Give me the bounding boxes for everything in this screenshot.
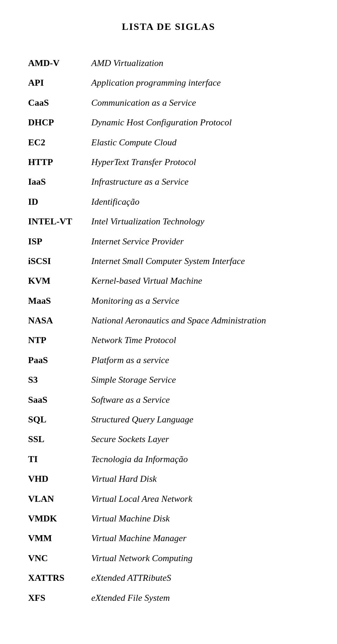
table-row: SaaSSoftware as a Service: [28, 390, 309, 410]
acronym-cell: VHD: [28, 469, 91, 489]
table-row: VMMVirtual Machine Manager: [28, 528, 309, 548]
table-row: XFSeXtended File System: [28, 588, 309, 608]
definition-cell: Identificação: [91, 192, 309, 212]
acronym-table: AMD-VAMD VirtualizationAPIApplication pr…: [28, 53, 309, 608]
page-title: LISTA DE SIGLAS: [28, 21, 309, 32]
acronym-cell: NTP: [28, 330, 91, 350]
definition-cell: Virtual Network Computing: [91, 548, 309, 568]
acronym-cell: VLAN: [28, 489, 91, 509]
definition-cell: Internet Service Provider: [91, 232, 309, 251]
acronym-cell: KVM: [28, 271, 91, 291]
table-row: KVMKernel-based Virtual Machine: [28, 271, 309, 291]
definition-cell: Virtual Local Area Network: [91, 489, 309, 509]
definition-cell: Application programming interface: [91, 73, 309, 93]
definition-cell: Simple Storage Service: [91, 370, 309, 390]
table-row: iSCSIInternet Small Computer System Inte…: [28, 251, 309, 271]
table-row: VMDKVirtual Machine Disk: [28, 509, 309, 528]
acronym-cell: SSL: [28, 429, 91, 449]
acronym-cell: XFS: [28, 588, 91, 608]
definition-cell: Platform as a service: [91, 350, 309, 370]
table-row: ISPInternet Service Provider: [28, 232, 309, 251]
acronym-cell: VMM: [28, 528, 91, 548]
acronym-cell: TI: [28, 449, 91, 469]
definition-cell: AMD Virtualization: [91, 53, 309, 73]
acronym-cell: HTTP: [28, 152, 91, 172]
acronym-cell: NASA: [28, 311, 91, 330]
acronym-cell: VNC: [28, 548, 91, 568]
table-row: TITecnologia da Informação: [28, 449, 309, 469]
definition-cell: Secure Sockets Layer: [91, 429, 309, 449]
table-row: SQLStructured Query Language: [28, 410, 309, 429]
definition-cell: Virtual Hard Disk: [91, 469, 309, 489]
definition-cell: Structured Query Language: [91, 410, 309, 429]
table-row: VLANVirtual Local Area Network: [28, 489, 309, 509]
acronym-cell: EC2: [28, 133, 91, 152]
table-row: EC2Elastic Compute Cloud: [28, 133, 309, 152]
table-row: MaaSMonitoring as a Service: [28, 291, 309, 311]
definition-cell: Tecnologia da Informação: [91, 449, 309, 469]
definition-cell: Virtual Machine Disk: [91, 509, 309, 528]
definition-cell: eXtended ATTRibuteS: [91, 568, 309, 588]
acronym-cell: ID: [28, 192, 91, 212]
acronym-cell: VMDK: [28, 509, 91, 528]
definition-cell: eXtended File System: [91, 588, 309, 608]
definition-cell: Communication as a Service: [91, 93, 309, 113]
table-row: CaaSCommunication as a Service: [28, 93, 309, 113]
definition-cell: Software as a Service: [91, 390, 309, 410]
table-row: NASANational Aeronautics and Space Admin…: [28, 311, 309, 330]
acronym-cell: PaaS: [28, 350, 91, 370]
table-row: IDIdentificação: [28, 192, 309, 212]
table-row: SSLSecure Sockets Layer: [28, 429, 309, 449]
acronym-cell: MaaS: [28, 291, 91, 311]
acronym-cell: SaaS: [28, 390, 91, 410]
acronym-cell: S3: [28, 370, 91, 390]
definition-cell: Intel Virtualization Technology: [91, 212, 309, 231]
acronym-cell: SQL: [28, 410, 91, 429]
table-row: APIApplication programming interface: [28, 73, 309, 93]
table-row: IaaSInfrastructure as a Service: [28, 172, 309, 192]
table-row: VNCVirtual Network Computing: [28, 548, 309, 568]
table-row: PaaSPlatform as a service: [28, 350, 309, 370]
definition-cell: Virtual Machine Manager: [91, 528, 309, 548]
definition-cell: Network Time Protocol: [91, 330, 309, 350]
acronym-cell: AMD-V: [28, 53, 91, 73]
table-row: S3Simple Storage Service: [28, 370, 309, 390]
acronym-cell: INTEL-VT: [28, 212, 91, 231]
table-row: HTTPHyperText Transfer Protocol: [28, 152, 309, 172]
definition-cell: Dynamic Host Configuration Protocol: [91, 113, 309, 132]
table-row: INTEL-VTIntel Virtualization Technology: [28, 212, 309, 231]
acronym-cell: ISP: [28, 232, 91, 251]
acronym-cell: DHCP: [28, 113, 91, 132]
table-row: AMD-VAMD Virtualization: [28, 53, 309, 73]
definition-cell: HyperText Transfer Protocol: [91, 152, 309, 172]
acronym-cell: IaaS: [28, 172, 91, 192]
acronym-cell: API: [28, 73, 91, 93]
definition-cell: Internet Small Computer System Interface: [91, 251, 309, 271]
definition-cell: Kernel-based Virtual Machine: [91, 271, 309, 291]
definition-cell: Infrastructure as a Service: [91, 172, 309, 192]
acronym-cell: XATTRS: [28, 568, 91, 588]
acronym-cell: CaaS: [28, 93, 91, 113]
table-row: VHDVirtual Hard Disk: [28, 469, 309, 489]
acronym-cell: iSCSI: [28, 251, 91, 271]
definition-cell: Elastic Compute Cloud: [91, 133, 309, 152]
table-row: DHCPDynamic Host Configuration Protocol: [28, 113, 309, 132]
definition-cell: Monitoring as a Service: [91, 291, 309, 311]
table-row: NTPNetwork Time Protocol: [28, 330, 309, 350]
definition-cell: National Aeronautics and Space Administr…: [91, 311, 309, 330]
table-row: XATTRSeXtended ATTRibuteS: [28, 568, 309, 588]
